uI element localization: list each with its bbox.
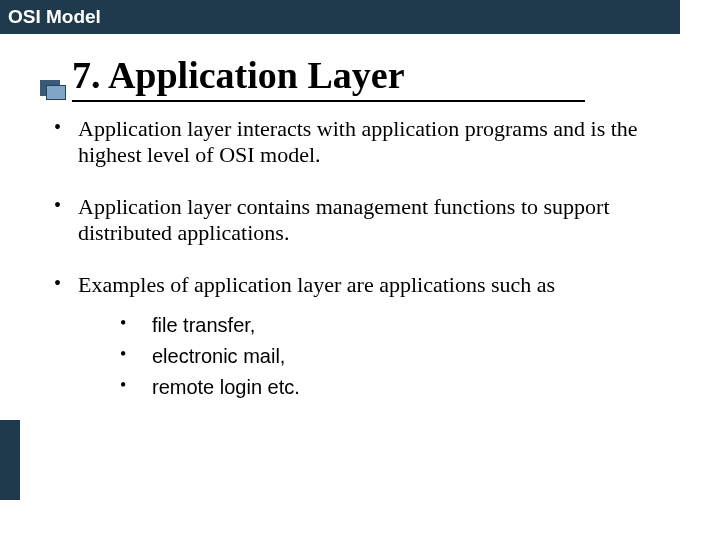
sub-bullet-list: file transfer, electronic mail, remote l… [118,310,680,403]
list-item: electronic mail, [118,341,680,372]
sub-bullet-text: remote login etc. [152,376,300,398]
sub-bullet-text: electronic mail, [152,345,285,367]
side-strip [0,420,20,500]
list-item: file transfer, [118,310,680,341]
list-item: remote login etc. [118,372,680,403]
header-label: OSI Model [8,6,101,27]
bullet-text: Examples of application layer are applic… [78,272,555,297]
list-item: Application layer interacts with applica… [50,116,680,168]
list-item: Application layer contains management fu… [50,194,680,246]
list-item: Examples of application layer are applic… [50,272,680,403]
header-bar: OSI Model [0,0,680,34]
title-accent-icon [40,80,66,100]
bullet-text: Application layer contains management fu… [78,194,610,245]
title-block: 7. Application Layer [72,56,720,102]
bullet-list: Application layer interacts with applica… [50,116,680,403]
sub-bullet-text: file transfer, [152,314,255,336]
page-title: 7. Application Layer [72,56,585,102]
bullet-text: Application layer interacts with applica… [78,116,638,167]
